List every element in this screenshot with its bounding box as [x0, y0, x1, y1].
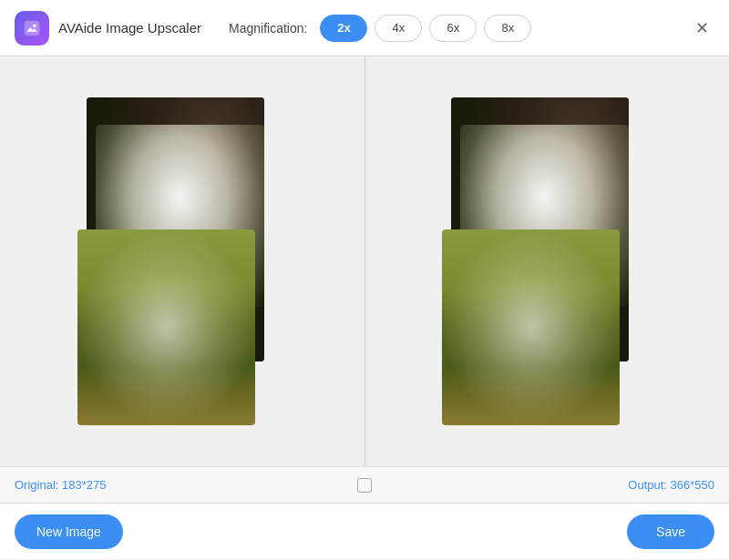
info-bar: Original: 183*275 Output: 366*550: [0, 466, 729, 503]
original-image-stack: [77, 97, 287, 425]
title-bar: AVAide Image Upscaler Magnification: 2x …: [0, 0, 729, 56]
mag-2x-button[interactable]: 2x: [320, 15, 367, 42]
output-dimensions: Output: 366*550: [628, 478, 714, 492]
mag-6x-button[interactable]: 6x: [429, 15, 477, 42]
svg-rect-0: [25, 20, 40, 36]
bottom-bar: New Image Save: [0, 503, 729, 559]
original-image-panel: [0, 56, 364, 466]
mag-4x-button[interactable]: 4x: [375, 15, 422, 42]
mag-8x-button[interactable]: 8x: [484, 15, 531, 42]
app-icon: [15, 11, 49, 46]
close-button[interactable]: ✕: [689, 15, 714, 41]
save-button[interactable]: Save: [627, 514, 714, 549]
original-dimensions: Original: 183*275: [15, 478, 106, 492]
magnification-label: Magnification:: [229, 21, 307, 36]
output-image-stack: [442, 97, 652, 425]
center-icon-wrapper: [357, 478, 372, 493]
main-area: [0, 56, 729, 466]
magnification-buttons: 2x 4x 6x 8x: [320, 15, 531, 42]
svg-point-1: [33, 24, 36, 27]
original-front: [77, 229, 255, 425]
output-front: [442, 229, 620, 425]
app-title: AVAide Image Upscaler: [58, 20, 201, 36]
compare-icon: [357, 478, 372, 493]
new-image-button[interactable]: New Image: [15, 514, 123, 549]
output-image-panel: [365, 56, 730, 466]
